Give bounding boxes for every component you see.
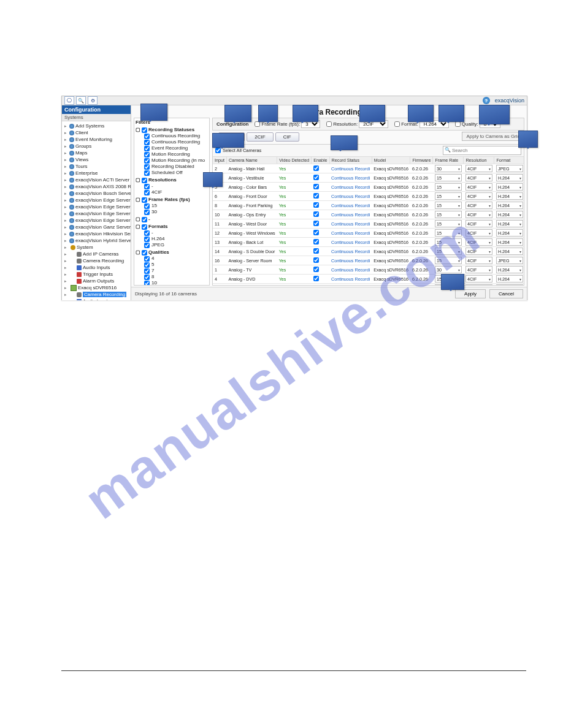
table-row[interactable]: 1Analog - TVYesContinuous RecordiExacq s… <box>213 265 524 275</box>
page-title: Camera Recording <box>131 108 527 116</box>
filter-option[interactable]: Recording Disabled <box>144 164 208 170</box>
table-row[interactable]: 6Analog - Front DoorYesContinuous Record… <box>213 192 524 201</box>
filter-option[interactable]: 5 <box>144 262 208 268</box>
nav-item[interactable]: exacqVision AXIS 2008 R2 Serv <box>64 183 129 190</box>
col-header[interactable]: Enable <box>312 157 329 164</box>
filter-option[interactable]: JPEG <box>144 242 208 248</box>
nav-item[interactable]: Views <box>64 156 129 163</box>
filter-group[interactable]: ▢ Formats <box>136 224 208 230</box>
nav-tree[interactable]: Add SystemsClientEvent MonitoringGroupsM… <box>62 121 131 300</box>
filter-option[interactable]: 10 <box>144 280 208 286</box>
filter-group[interactable]: ▢ Frame Rates (fps) <box>136 197 208 203</box>
filter-option[interactable]: Scheduled Off <box>144 170 208 176</box>
col-header[interactable]: Model <box>372 157 410 164</box>
filter-group[interactable]: ▢ Resolutions <box>136 177 208 183</box>
quality-enable[interactable] <box>455 121 461 127</box>
sidebar-subheader: Systems <box>62 114 131 121</box>
nav-item[interactable]: exacqVision Edge Server - Axis <box>64 210 129 217</box>
nav-item[interactable]: Audio Inputs <box>64 298 129 300</box>
nav-item[interactable]: Event Monitoring <box>64 136 129 143</box>
nav-item[interactable]: exacqVision Bosch Server <box>64 190 129 197</box>
table-row[interactable]: 2Analog - Main HallYesContinuous Recordi… <box>213 164 524 173</box>
filter-option[interactable]: 30 <box>144 209 208 215</box>
filter-group[interactable]: ▢ Recording Statuses <box>136 127 208 133</box>
filter-option[interactable]: 8 <box>144 274 208 280</box>
filter-option[interactable]: - <box>144 230 208 236</box>
nav-item[interactable]: exacqVision Edge Server - IQ76 <box>64 217 129 224</box>
filter-option[interactable]: Event Recording <box>144 145 208 151</box>
status-text: Displaying 16 of 16 cameras <box>135 291 197 297</box>
filter-option[interactable]: 4CIF <box>144 189 208 195</box>
btn-cif[interactable]: CIF <box>275 132 299 142</box>
col-header[interactable]: Resolution <box>464 157 494 164</box>
nav-item[interactable]: Enterprise <box>64 170 129 176</box>
search-input[interactable] <box>443 146 521 155</box>
filter-option[interactable]: 7 <box>144 268 208 274</box>
col-header[interactable]: Input <box>213 157 227 164</box>
table-row[interactable]: 14Analog - S Double DoorYesContinuous Re… <box>213 247 524 256</box>
filter-group[interactable]: ▢ - <box>136 216 208 222</box>
table-row[interactable]: 7Analog - Exacq CafeYesContinuous Record… <box>213 284 524 286</box>
nav-item[interactable]: exacqVision Edge Server - Axis <box>64 197 129 203</box>
callout-apply <box>441 274 464 290</box>
table-row[interactable]: 16Analog - Server RoomYesContinuous Reco… <box>213 256 524 265</box>
nav-item[interactable]: Camera Recording <box>64 291 129 298</box>
table-row[interactable]: 4Analog - DVDYesContinuous RecordiExacq … <box>213 275 524 284</box>
table-row[interactable]: 11Analog - West DoorYesContinuous Record… <box>213 219 524 229</box>
apply-as-grid-button[interactable]: Apply to Camera as Grid <box>462 132 524 141</box>
nav-item[interactable]: Trigger Inputs <box>64 271 129 278</box>
camera-search[interactable]: 🔍 <box>443 146 521 155</box>
resolution-enable[interactable] <box>326 121 332 127</box>
col-header[interactable]: Record Status <box>329 157 372 164</box>
nav-item[interactable]: exacqVision Hikvision Server <box>64 230 129 237</box>
filter-option[interactable]: Continuous Recording <box>144 133 208 139</box>
nav-item[interactable]: exacqVision Edge Server - Axis <box>64 203 129 210</box>
help-icon[interactable]: ? <box>483 97 490 104</box>
table-row[interactable]: 13Analog - Back LotYesContinuous Recordi… <box>213 238 524 247</box>
table-row[interactable]: 12Analog - West WindowsYesContinuous Rec… <box>213 229 524 238</box>
nav-item[interactable]: System <box>64 244 129 251</box>
format-enable[interactable] <box>394 121 400 127</box>
filter-option[interactable]: 15 <box>144 203 208 209</box>
col-header[interactable]: Firmware <box>410 157 433 164</box>
filter-group[interactable]: ▢ Qualities <box>136 249 208 256</box>
nav-item[interactable]: Add Systems <box>64 123 129 129</box>
cancel-button[interactable]: Cancel <box>489 289 523 298</box>
nav-item[interactable]: Maps <box>64 150 129 156</box>
col-header[interactable]: Frame Rate <box>433 157 464 164</box>
filter-option[interactable]: - <box>144 183 208 189</box>
nav-item[interactable]: Add IP Cameras <box>64 251 129 257</box>
nav-item[interactable]: Audio Inputs <box>64 264 129 271</box>
nav-item[interactable]: exacqVision Ganz Server <box>64 224 129 230</box>
filter-option[interactable]: Motion Recording (in mo <box>144 157 208 164</box>
filter-option[interactable]: 4 <box>144 256 208 262</box>
callout-config2 <box>258 105 278 122</box>
nav-item[interactable]: Client <box>64 129 129 136</box>
mode-live-icon[interactable]: 🖵 <box>64 96 74 105</box>
nav-item[interactable]: Tours <box>64 163 129 170</box>
btn-2cif[interactable]: 2CIF <box>247 132 273 142</box>
callout-resolution <box>359 105 385 122</box>
table-row[interactable]: 5Analog - Color BarsYesContinuous Record… <box>213 183 524 192</box>
col-header[interactable]: Video Detected <box>277 157 312 164</box>
mode-search-icon[interactable]: 🔍 <box>76 96 86 105</box>
nav-item[interactable]: exacqVision Hybrid Server <box>64 237 129 244</box>
nav-item[interactable]: Camera Recording <box>64 257 129 264</box>
mode-config-icon[interactable]: ⚙ <box>88 96 98 105</box>
table-row[interactable]: 10Analog - Ops EntryYesContinuous Record… <box>213 210 524 219</box>
framerate-enable[interactable] <box>255 121 260 127</box>
nav-item[interactable]: exacqVision ACTi Server <box>64 176 129 183</box>
nav-item[interactable]: Exacq sDVR6516 <box>64 284 129 291</box>
table-row[interactable]: 8Analog - Front ParkingYesContinuous Rec… <box>213 201 524 210</box>
col-header[interactable]: Format <box>494 157 524 164</box>
nav-item[interactable]: Alarm Outputs <box>64 278 129 284</box>
filters-panel: Filters ▢ Recording StatusesContinuous R… <box>134 118 210 286</box>
filter-option[interactable]: H.264 <box>144 236 208 242</box>
filter-option[interactable]: Motion Recording <box>144 151 208 157</box>
nav-item[interactable]: Groups <box>64 143 129 150</box>
table-row[interactable]: 3Analog - VestibuleYesContinuous Recordi… <box>213 173 524 183</box>
cameras-table[interactable]: InputCamera NameVideo DetectedEnableReco… <box>213 157 524 285</box>
filter-option[interactable]: Continuous Recording <box>144 139 208 145</box>
apply-button[interactable]: Apply <box>455 289 486 298</box>
col-header[interactable]: Camera Name <box>227 157 277 164</box>
